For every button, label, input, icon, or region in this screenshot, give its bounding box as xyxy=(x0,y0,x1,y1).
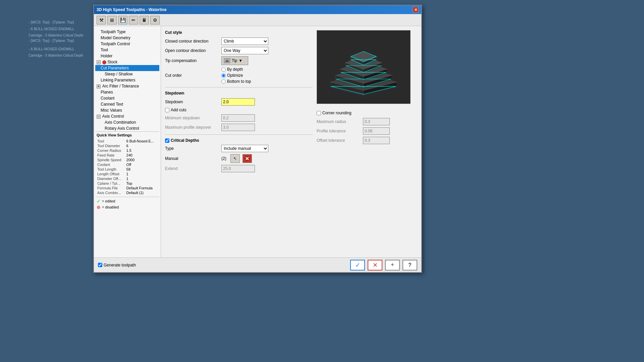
max-radius-input[interactable] xyxy=(363,118,390,125)
tree-item-rotary-axis-control[interactable]: Rotary Axis Control xyxy=(95,125,159,131)
critical-depths-type-label: Type xyxy=(165,146,219,151)
tree-item-stock[interactable]: - Stock xyxy=(95,59,159,65)
toolbar-edit-btn[interactable]: ✏ xyxy=(129,16,138,24)
add-cuts-checkbox[interactable] xyxy=(165,108,169,112)
qv-row-length-offset: Length Offset1 xyxy=(97,172,157,176)
offset-tolerance-row: Offset tolerance xyxy=(317,137,417,144)
closed-contour-row: Closed contour direction Climb Conventio… xyxy=(165,38,313,45)
extend-label: Extend xyxy=(165,166,219,171)
toolbar-calc-btn[interactable]: 🖩 xyxy=(140,16,149,24)
max-radius-label: Maximum radius xyxy=(317,119,360,124)
legend-edited: ✓ = edited xyxy=(97,198,158,204)
tree-item-holder[interactable]: Holder xyxy=(95,53,159,59)
cut-order-bottom-to-top-radio[interactable] xyxy=(221,79,226,84)
qv-row-coolant: CoolantOff xyxy=(97,163,157,167)
stepdown-row: Stepdown xyxy=(165,98,313,106)
right-preview: Corner rounding Maximum radius Profile t… xyxy=(317,30,417,253)
open-contour-label: Open contour direction xyxy=(165,48,219,53)
minimum-stepdown-input[interactable] xyxy=(221,114,255,122)
close-button[interactable]: ✕ xyxy=(413,7,419,13)
tree-item-tool[interactable]: Tool xyxy=(95,47,159,53)
tree-item-linking-parameters[interactable]: Linking Parameters xyxy=(95,77,159,83)
offset-tolerance-input[interactable] xyxy=(363,137,390,144)
tip-compensation-btn[interactable]: Tip ▼ xyxy=(221,56,248,65)
cancel-icon: ✕ xyxy=(373,261,378,269)
tree-item-toolpath-control[interactable]: Toolpath Control xyxy=(95,41,159,47)
dialog-title: 3D High Speed Toolpaths - Waterline xyxy=(97,7,167,12)
max-profile-stepover-row: Maximum profile stepover xyxy=(165,124,313,131)
corner-rounding-panel: Corner rounding Maximum radius Profile t… xyxy=(317,111,417,144)
add-cuts-row: Add cuts xyxy=(165,108,313,112)
qv-row-feed-rate: Feed Rate240 xyxy=(97,153,157,157)
ok-button[interactable]: ✓ xyxy=(350,260,365,270)
toolbar-save-btn[interactable]: 💾 xyxy=(118,16,127,24)
footer-left: Generate toolpath xyxy=(98,263,347,267)
tree-item-arc-filter[interactable]: + Arc Filter / Tolerance xyxy=(95,83,159,89)
tip-dropdown-arrow: ▼ xyxy=(238,58,243,63)
open-contour-select[interactable]: One Way Zigzag Climb Conventional xyxy=(221,47,268,54)
dialog-content: Toolpath Type Model Geometry Toolpath Co… xyxy=(94,26,421,257)
legend-disabled-label: = disabled xyxy=(102,205,119,209)
cut-order-by-depth-row: By depth xyxy=(221,67,251,72)
tree-item-misc-values[interactable]: Misc Values xyxy=(95,107,159,113)
manual-cursor-btn[interactable]: ↖ xyxy=(230,154,240,163)
cut-order-row: Cut order By depth Optimize Bottom to xyxy=(165,67,313,84)
tree-item-coolant[interactable]: Coolant xyxy=(95,95,159,101)
main-settings: Cut style Closed contour direction Climb… xyxy=(165,30,313,253)
qv-row-tool-length: Tool Length58 xyxy=(97,167,157,171)
critical-depths-type-select[interactable]: Include manual Auto only Manual only xyxy=(221,145,268,152)
stepdown-input[interactable] xyxy=(221,98,255,106)
help-icon: ? xyxy=(408,262,412,268)
cad-label-2: - 6 BULL-NOSED ENDMILL xyxy=(29,27,74,31)
generate-toolpath-checkbox[interactable] xyxy=(98,263,102,267)
green-check-icon: ✓ xyxy=(97,198,101,204)
manual-row: Manual (2) ↖ xyxy=(165,154,313,163)
manual-count: (2) xyxy=(221,156,226,161)
cut-order-by-depth-radio[interactable] xyxy=(221,67,226,72)
cancel-button[interactable]: ✕ xyxy=(368,260,382,270)
tree-item-planes[interactable]: Planes xyxy=(95,89,159,95)
profile-tolerance-input[interactable] xyxy=(363,127,390,135)
tip-compensation-row: Tip compensation Tip ▼ xyxy=(165,56,313,65)
stepdown-label: Stepdown xyxy=(165,100,219,104)
tree-item-cut-parameters[interactable]: Cut Parameters xyxy=(95,65,159,71)
cut-order-optimize-radio[interactable] xyxy=(221,73,226,78)
qv-row-axis-combin: Axis Combin...Default (1) xyxy=(97,191,157,195)
help-button[interactable]: ? xyxy=(402,260,417,270)
axis-control-expand-icon: - xyxy=(97,115,101,119)
cad-label-3: Cartridge - 5 Waterline Critical Depth xyxy=(29,34,83,37)
corner-rounding-header: Corner rounding xyxy=(317,111,417,115)
cad-label-5: - 6 BULL-NOSED ENDMILL xyxy=(29,47,74,51)
qv-row-cplane: Cplane / Tpl...Top xyxy=(97,181,157,185)
manual-delete-btn[interactable] xyxy=(243,154,252,163)
stock-expand-icon: - xyxy=(97,60,101,64)
dialog-titlebar: 3D High Speed Toolpaths - Waterline ✕ xyxy=(94,5,421,14)
plus-button[interactable]: + xyxy=(385,260,400,270)
tree-item-steep-shallow[interactable]: Steep / Shallow xyxy=(95,71,159,77)
closed-contour-select[interactable]: Climb Conventional xyxy=(221,38,268,45)
toolbar-table-btn[interactable]: ⊞ xyxy=(107,16,117,24)
tree-item-toolpath-type[interactable]: Toolpath Type xyxy=(95,29,159,35)
cad-label-4: - [WCS: Top] - [Tplane: Top] xyxy=(29,39,74,43)
tree-item-canned-text[interactable]: Canned Text xyxy=(95,101,159,107)
tree-panel: Toolpath Type Model Geometry Toolpath Co… xyxy=(94,26,161,257)
tree-item-axis-combination[interactable]: Axis Combination xyxy=(95,119,159,125)
cut-order-optimize-row: Optimize xyxy=(221,73,251,78)
tree-item-axis-control[interactable]: - Axis Control xyxy=(95,113,159,119)
max-profile-stepover-label: Maximum profile stepover xyxy=(165,125,219,130)
corner-rounding-checkbox[interactable] xyxy=(317,111,321,115)
cut-order-optimize-label: Optimize xyxy=(227,73,243,78)
toolbar-settings-btn[interactable]: ⚙ xyxy=(150,16,160,24)
cut-order-label: Cut order xyxy=(165,73,219,78)
delete-icon xyxy=(245,156,250,161)
critical-depths-header: Critical Depths xyxy=(171,138,199,143)
divider-2 xyxy=(165,134,313,135)
legend-disabled: ⊗ = disabled xyxy=(97,204,158,210)
cut-order-by-depth-label: By depth xyxy=(227,67,243,72)
critical-depths-header-row: Critical Depths xyxy=(165,138,313,143)
critical-depths-checkbox[interactable] xyxy=(165,138,169,143)
toolbar-tool-btn[interactable]: ⚒ xyxy=(97,16,106,24)
extend-input[interactable] xyxy=(221,165,255,172)
tree-item-model-geometry[interactable]: Model Geometry xyxy=(95,35,159,41)
max-profile-stepover-input[interactable] xyxy=(221,124,255,131)
